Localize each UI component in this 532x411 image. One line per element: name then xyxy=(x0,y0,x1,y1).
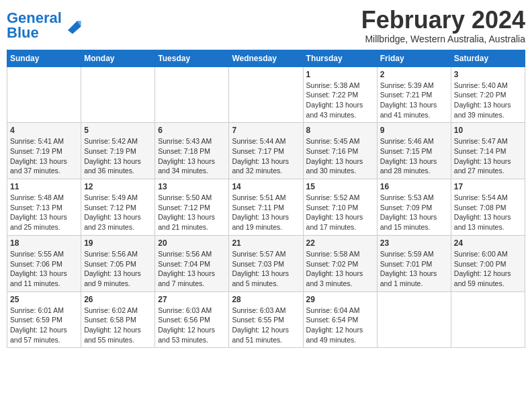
day-of-week-header: Tuesday xyxy=(155,50,229,66)
day-detail: Sunrise: 5:39 AMSunset: 7:21 PMDaylight:… xyxy=(380,81,448,120)
day-number: 17 xyxy=(454,182,522,191)
calendar-header: SundayMondayTuesdayWednesdayThursdayFrid… xyxy=(7,50,525,66)
day-of-week-header: Thursday xyxy=(303,50,377,66)
month-title: February 2024 xyxy=(361,7,525,34)
day-of-week-header: Sunday xyxy=(7,50,81,66)
day-number: 9 xyxy=(380,126,448,135)
day-detail: Sunrise: 5:52 AMSunset: 7:10 PMDaylight:… xyxy=(306,193,374,232)
logo-text2: Blue xyxy=(7,24,39,41)
calendar-cell: 1Sunrise: 5:38 AMSunset: 7:22 PMDaylight… xyxy=(303,66,377,123)
week-row: 4Sunrise: 5:41 AMSunset: 7:19 PMDaylight… xyxy=(7,123,525,179)
day-detail: Sunrise: 5:54 AMSunset: 7:08 PMDaylight:… xyxy=(454,193,522,232)
day-number: 22 xyxy=(306,238,374,248)
calendar-cell: 17Sunrise: 5:54 AMSunset: 7:08 PMDayligh… xyxy=(451,179,525,236)
calendar-cell: 7Sunrise: 5:44 AMSunset: 7:17 PMDaylight… xyxy=(229,123,303,179)
logo-text: General Blue xyxy=(7,11,62,40)
location-title: Millbridge, Western Australia, Australia xyxy=(361,34,525,44)
day-detail: Sunrise: 6:03 AMSunset: 6:55 PMDaylight:… xyxy=(232,306,300,345)
calendar-cell: 27Sunrise: 6:03 AMSunset: 6:56 PMDayligh… xyxy=(155,291,229,348)
day-detail: Sunrise: 5:38 AMSunset: 7:22 PMDaylight:… xyxy=(306,81,374,120)
day-number: 12 xyxy=(84,182,152,191)
day-number: 13 xyxy=(158,182,226,191)
day-number: 2 xyxy=(380,70,448,79)
day-detail: Sunrise: 5:46 AMSunset: 7:15 PMDaylight:… xyxy=(380,136,448,176)
day-number: 5 xyxy=(84,126,152,135)
calendar-cell: 29Sunrise: 6:04 AMSunset: 6:54 PMDayligh… xyxy=(303,291,377,348)
day-of-week-header: Monday xyxy=(81,50,155,66)
calendar: SundayMondayTuesdayWednesdayThursdayFrid… xyxy=(7,50,525,349)
day-detail: Sunrise: 5:41 AMSunset: 7:19 PMDaylight:… xyxy=(10,136,78,176)
calendar-cell: 11Sunrise: 5:48 AMSunset: 7:13 PMDayligh… xyxy=(7,179,81,236)
day-detail: Sunrise: 5:56 AMSunset: 7:05 PMDaylight:… xyxy=(84,249,152,289)
calendar-cell: 12Sunrise: 5:49 AMSunset: 7:12 PMDayligh… xyxy=(81,179,155,236)
day-number: 1 xyxy=(306,70,374,79)
week-row: 25Sunrise: 6:01 AMSunset: 6:59 PMDayligh… xyxy=(7,291,525,348)
calendar-cell xyxy=(7,66,81,123)
day-number: 28 xyxy=(232,295,300,304)
day-detail: Sunrise: 6:02 AMSunset: 6:58 PMDaylight:… xyxy=(84,306,152,345)
calendar-cell xyxy=(81,66,155,123)
calendar-cell: 22Sunrise: 5:58 AMSunset: 7:02 PMDayligh… xyxy=(303,235,377,291)
calendar-cell: 13Sunrise: 5:50 AMSunset: 7:12 PMDayligh… xyxy=(155,179,229,236)
day-detail: Sunrise: 5:47 AMSunset: 7:14 PMDaylight:… xyxy=(454,136,522,176)
day-header-row: SundayMondayTuesdayWednesdayThursdayFrid… xyxy=(7,50,525,66)
day-detail: Sunrise: 6:00 AMSunset: 7:00 PMDaylight:… xyxy=(454,249,522,289)
calendar-cell: 21Sunrise: 5:57 AMSunset: 7:03 PMDayligh… xyxy=(229,235,303,291)
calendar-cell: 16Sunrise: 5:53 AMSunset: 7:09 PMDayligh… xyxy=(377,179,451,236)
day-number: 26 xyxy=(84,295,152,304)
day-number: 6 xyxy=(158,126,226,135)
calendar-cell: 3Sunrise: 5:40 AMSunset: 7:20 PMDaylight… xyxy=(451,66,525,123)
day-number: 27 xyxy=(158,295,226,304)
day-detail: Sunrise: 5:48 AMSunset: 7:13 PMDaylight:… xyxy=(10,193,78,232)
calendar-cell xyxy=(229,66,303,123)
day-number: 19 xyxy=(84,238,152,248)
calendar-cell: 5Sunrise: 5:42 AMSunset: 7:19 PMDaylight… xyxy=(81,123,155,179)
header: General Blue February 2024 Millbridge, W… xyxy=(7,7,525,44)
day-detail: Sunrise: 5:57 AMSunset: 7:03 PMDaylight:… xyxy=(232,249,300,289)
day-detail: Sunrise: 6:04 AMSunset: 6:54 PMDaylight:… xyxy=(306,306,374,345)
calendar-cell xyxy=(451,291,525,348)
day-number: 16 xyxy=(380,182,448,191)
day-of-week-header: Wednesday xyxy=(229,50,303,66)
day-number: 14 xyxy=(232,182,300,191)
day-number: 20 xyxy=(158,238,226,248)
day-detail: Sunrise: 5:55 AMSunset: 7:06 PMDaylight:… xyxy=(10,249,78,289)
calendar-cell: 2Sunrise: 5:39 AMSunset: 7:21 PMDaylight… xyxy=(377,66,451,123)
day-number: 23 xyxy=(380,238,448,248)
calendar-cell: 15Sunrise: 5:52 AMSunset: 7:10 PMDayligh… xyxy=(303,179,377,236)
calendar-cell: 20Sunrise: 5:56 AMSunset: 7:04 PMDayligh… xyxy=(155,235,229,291)
calendar-cell: 6Sunrise: 5:43 AMSunset: 7:18 PMDaylight… xyxy=(155,123,229,179)
calendar-cell: 4Sunrise: 5:41 AMSunset: 7:19 PMDaylight… xyxy=(7,123,81,179)
calendar-cell xyxy=(155,66,229,123)
calendar-cell: 23Sunrise: 5:59 AMSunset: 7:01 PMDayligh… xyxy=(377,235,451,291)
day-number: 25 xyxy=(10,295,78,304)
calendar-cell: 26Sunrise: 6:02 AMSunset: 6:58 PMDayligh… xyxy=(81,291,155,348)
calendar-body: 1Sunrise: 5:38 AMSunset: 7:22 PMDaylight… xyxy=(7,66,525,348)
calendar-cell: 14Sunrise: 5:51 AMSunset: 7:11 PMDayligh… xyxy=(229,179,303,236)
day-number: 18 xyxy=(10,238,78,248)
day-number: 3 xyxy=(454,70,522,79)
day-number: 21 xyxy=(232,238,300,248)
logo: General Blue xyxy=(7,11,82,40)
day-detail: Sunrise: 5:43 AMSunset: 7:18 PMDaylight:… xyxy=(158,136,226,176)
day-detail: Sunrise: 5:53 AMSunset: 7:09 PMDaylight:… xyxy=(380,193,448,232)
day-detail: Sunrise: 5:45 AMSunset: 7:16 PMDaylight:… xyxy=(306,136,374,176)
day-number: 29 xyxy=(306,295,374,304)
day-detail: Sunrise: 5:42 AMSunset: 7:19 PMDaylight:… xyxy=(84,136,152,176)
title-area: February 2024 Millbridge, Western Austra… xyxy=(361,7,525,44)
day-number: 8 xyxy=(306,126,374,135)
day-detail: Sunrise: 5:51 AMSunset: 7:11 PMDaylight:… xyxy=(232,193,300,232)
day-number: 10 xyxy=(454,126,522,135)
day-number: 11 xyxy=(10,182,78,191)
calendar-cell: 24Sunrise: 6:00 AMSunset: 7:00 PMDayligh… xyxy=(451,235,525,291)
day-number: 15 xyxy=(306,182,374,191)
day-of-week-header: Friday xyxy=(377,50,451,66)
day-detail: Sunrise: 6:03 AMSunset: 6:56 PMDaylight:… xyxy=(158,306,226,345)
week-row: 1Sunrise: 5:38 AMSunset: 7:22 PMDaylight… xyxy=(7,66,525,123)
week-row: 18Sunrise: 5:55 AMSunset: 7:06 PMDayligh… xyxy=(7,235,525,291)
day-detail: Sunrise: 5:49 AMSunset: 7:12 PMDaylight:… xyxy=(84,193,152,232)
calendar-cell: 18Sunrise: 5:55 AMSunset: 7:06 PMDayligh… xyxy=(7,235,81,291)
calendar-cell: 8Sunrise: 5:45 AMSunset: 7:16 PMDaylight… xyxy=(303,123,377,179)
day-of-week-header: Saturday xyxy=(451,50,525,66)
week-row: 11Sunrise: 5:48 AMSunset: 7:13 PMDayligh… xyxy=(7,179,525,236)
